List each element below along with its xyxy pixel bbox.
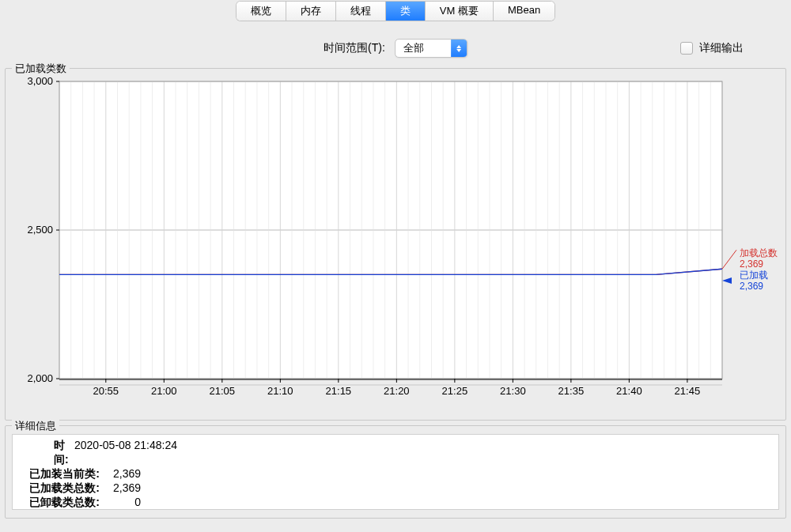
classes-chart[interactable]: 2,0002,5003,00020:5521:0021:0521:1021:15… bbox=[12, 77, 776, 409]
time-range-control: 时间范围(T): 全部 bbox=[324, 39, 467, 58]
svg-text:21:10: 21:10 bbox=[267, 385, 293, 397]
detail-row-time: 时间: 2020-05-08 21:48:24 bbox=[17, 438, 774, 466]
details-title: 详细信息 bbox=[12, 419, 59, 433]
svg-text:20:55: 20:55 bbox=[93, 385, 119, 397]
svg-text:21:30: 21:30 bbox=[500, 385, 526, 397]
tab-bar: 概览 内存 线程 类 VM 概要 MBean bbox=[0, 0, 791, 24]
svg-text:21:45: 21:45 bbox=[675, 385, 701, 397]
detail-row-current: 已加装当前类: 2,369 bbox=[17, 466, 774, 481]
annot-series2-value: 2,369 bbox=[740, 281, 778, 292]
detail-unloaded-value: 0 bbox=[103, 495, 141, 509]
detail-time-value: 2020-05-08 21:48:24 bbox=[74, 438, 177, 466]
svg-line-94 bbox=[722, 250, 736, 269]
svg-text:21:35: 21:35 bbox=[558, 385, 585, 397]
svg-marker-95 bbox=[722, 277, 732, 284]
annot-arrow-icon bbox=[722, 274, 733, 285]
detail-row-total: 已加载类总数: 2,369 bbox=[17, 481, 774, 495]
time-range-select[interactable]: 全部 bbox=[395, 39, 467, 58]
svg-text:2,500: 2,500 bbox=[27, 224, 53, 236]
detail-time-label: 时间: bbox=[17, 438, 74, 466]
annot-series2-name: 已加载 bbox=[740, 270, 778, 281]
loaded-classes-title: 已加载类数 bbox=[12, 62, 70, 76]
annot-series1-name: 加载总数 bbox=[740, 247, 778, 258]
detail-output-control: 详细输出 bbox=[680, 41, 772, 55]
detail-current-value: 2,369 bbox=[103, 466, 141, 481]
detail-total-value: 2,369 bbox=[103, 481, 141, 495]
detail-output-label: 详细输出 bbox=[699, 41, 744, 55]
tab-threads[interactable]: 线程 bbox=[336, 2, 386, 21]
chart-annotation: 加载总数 2,369 已加载 2,369 bbox=[740, 247, 778, 292]
svg-text:2,000: 2,000 bbox=[27, 372, 53, 384]
svg-text:21:00: 21:00 bbox=[151, 385, 177, 397]
detail-total-label: 已加载类总数: bbox=[17, 481, 103, 495]
loaded-classes-panel: 已加载类数 2,0002,5003,00020:5521:0021:0521:1… bbox=[5, 68, 786, 421]
tab-overview[interactable]: 概览 bbox=[237, 2, 286, 21]
svg-text:21:05: 21:05 bbox=[210, 385, 236, 397]
details-box: 时间: 2020-05-08 21:48:24 已加装当前类: 2,369 已加… bbox=[12, 434, 779, 510]
select-arrows-icon bbox=[451, 40, 467, 57]
svg-text:21:40: 21:40 bbox=[616, 385, 642, 397]
detail-row-unloaded: 已卸载类总数: 0 bbox=[17, 495, 774, 509]
tab-vm-summary[interactable]: VM 概要 bbox=[426, 2, 494, 21]
chart-area: 2,0002,5003,00020:5521:0021:0521:1021:15… bbox=[12, 77, 779, 413]
svg-text:21:25: 21:25 bbox=[442, 385, 468, 397]
annot-series1-value: 2,369 bbox=[740, 258, 778, 270]
tab-mbean[interactable]: MBean bbox=[494, 2, 554, 21]
svg-text:21:20: 21:20 bbox=[384, 385, 410, 397]
detail-current-label: 已加装当前类: bbox=[17, 466, 103, 481]
controls-row: 时间范围(T): 全部 详细输出 bbox=[0, 24, 791, 65]
details-panel: 详细信息 时间: 2020-05-08 21:48:24 已加装当前类: 2,3… bbox=[5, 425, 786, 519]
time-range-value: 全部 bbox=[396, 41, 451, 55]
tab-memory[interactable]: 内存 bbox=[286, 2, 336, 21]
svg-text:21:15: 21:15 bbox=[326, 385, 352, 397]
tab-group: 概览 内存 线程 类 VM 概要 MBean bbox=[237, 2, 554, 21]
detail-output-checkbox[interactable] bbox=[680, 42, 693, 55]
detail-unloaded-label: 已卸载类总数: bbox=[17, 495, 103, 509]
svg-text:3,000: 3,000 bbox=[27, 77, 53, 87]
time-range-label: 时间范围(T): bbox=[324, 41, 385, 55]
tab-classes[interactable]: 类 bbox=[386, 2, 426, 21]
